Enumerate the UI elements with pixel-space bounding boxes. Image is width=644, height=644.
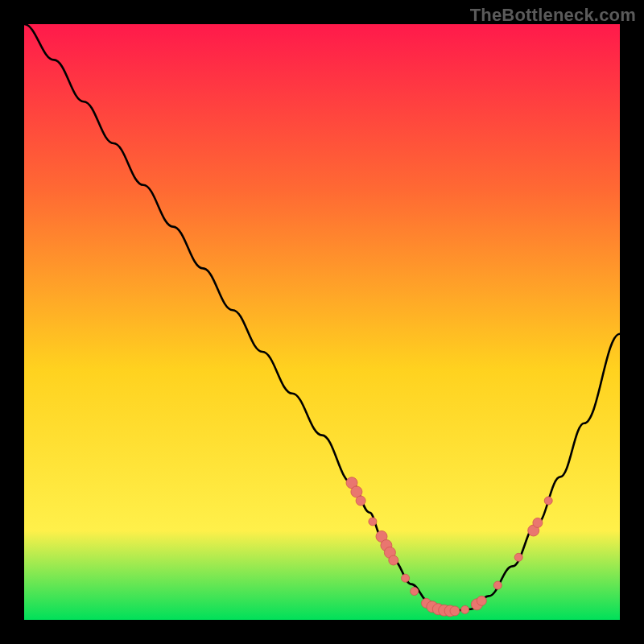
- chart-svg: [24, 24, 620, 620]
- data-point: [461, 605, 469, 613]
- data-point: [544, 497, 552, 505]
- plot-area: [24, 24, 620, 620]
- data-point: [369, 518, 377, 526]
- data-point: [450, 606, 460, 616]
- data-point: [411, 588, 419, 596]
- data-point: [477, 596, 486, 605]
- watermark-text: TheBottleneck.com: [470, 5, 636, 26]
- data-point: [356, 496, 365, 506]
- data-point: [493, 581, 502, 589]
- chart-frame: TheBottleneck.com: [0, 0, 644, 644]
- data-point: [402, 574, 410, 582]
- data-point: [533, 518, 543, 527]
- data-point: [389, 555, 398, 565]
- data-point: [514, 553, 522, 561]
